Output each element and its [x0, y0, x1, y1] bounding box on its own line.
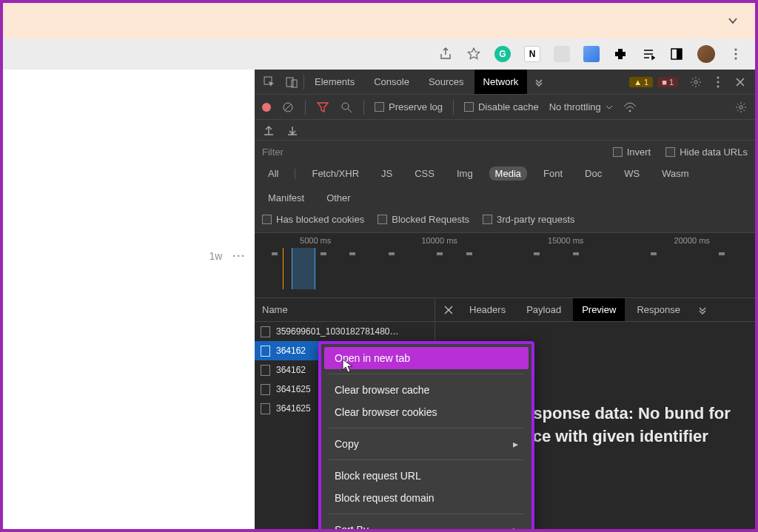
timeline-label: 10000 ms — [422, 236, 457, 245]
upload-har-icon[interactable] — [262, 124, 275, 137]
type-font[interactable]: Font — [537, 166, 568, 181]
reader-icon[interactable] — [669, 47, 684, 61]
filter-input[interactable]: Filter — [262, 147, 284, 158]
type-fetch[interactable]: Fetch/XHR — [306, 166, 365, 181]
type-all[interactable]: All — [262, 166, 284, 181]
invert-checkbox[interactable]: Invert — [613, 147, 651, 158]
ctx-clear-cookies[interactable]: Clear browser cookies — [321, 401, 531, 423]
ctx-clear-cache[interactable]: Clear browser cache — [321, 379, 531, 401]
type-js[interactable]: JS — [375, 166, 398, 181]
extension-generic-icon[interactable] — [554, 46, 570, 62]
timeline-label: 20000 ms — [674, 236, 710, 245]
chevron-down-icon[interactable] — [727, 15, 739, 27]
svg-point-3 — [734, 53, 737, 55]
menu-dots-icon[interactable] — [728, 47, 743, 61]
profile-avatar[interactable] — [697, 45, 715, 63]
browser-notification-bar — [3, 3, 755, 38]
type-other[interactable]: Other — [321, 191, 357, 205]
star-icon[interactable] — [466, 47, 481, 61]
record-button[interactable] — [262, 103, 271, 112]
detail-tab-payload[interactable]: Payload — [517, 298, 570, 321]
context-menu: Open in new tab Clear browser cache Clea… — [318, 341, 534, 529]
svg-point-14 — [628, 110, 631, 112]
svg-rect-6 — [286, 78, 293, 87]
music-icon[interactable] — [641, 47, 656, 61]
svg-point-4 — [734, 57, 737, 59]
network-timeline[interactable]: 5000 ms 10000 ms 15000 ms 20000 ms — [255, 233, 755, 298]
svg-point-8 — [694, 80, 697, 83]
ctx-copy[interactable]: Copy▸ — [321, 433, 531, 455]
third-party-checkbox[interactable]: 3rd-party requests — [483, 214, 575, 225]
timeline-label: 15000 ms — [548, 236, 583, 245]
svg-point-9 — [717, 76, 720, 78]
request-row[interactable]: 359699601_1030182781480… — [255, 322, 435, 341]
ctx-block-url[interactable]: Block request URL — [321, 465, 531, 487]
svg-point-2 — [734, 48, 737, 50]
type-media[interactable]: Media — [489, 166, 527, 181]
preserve-log-checkbox[interactable]: Preserve log — [375, 101, 443, 112]
name-column-header[interactable]: Name — [255, 298, 435, 322]
svg-point-13 — [342, 103, 349, 110]
svg-point-11 — [717, 85, 720, 87]
devtools-menu-icon[interactable] — [708, 72, 728, 92]
blocked-cookies-checkbox[interactable]: Has blocked cookies — [262, 214, 364, 225]
close-devtools-icon[interactable] — [730, 72, 751, 92]
svg-point-15 — [739, 105, 742, 108]
extension-grammarly-icon[interactable]: G — [494, 46, 511, 62]
webpage-area: 1w ··· — [3, 70, 255, 529]
type-img[interactable]: Img — [451, 166, 479, 181]
more-tabs-icon[interactable] — [529, 72, 549, 92]
download-har-icon[interactable] — [286, 124, 299, 137]
svg-point-10 — [717, 81, 720, 83]
detail-tab-response[interactable]: Response — [628, 298, 689, 321]
warnings-badge[interactable]: ▲ 1 — [629, 77, 653, 87]
hide-data-urls-checkbox[interactable]: Hide data URLs — [665, 147, 748, 158]
search-icon[interactable] — [340, 101, 353, 114]
network-settings-gear-icon[interactable] — [734, 101, 748, 114]
timeline-label: 5000 ms — [300, 236, 331, 245]
tab-network[interactable]: Network — [474, 70, 528, 94]
post-age: 1w — [209, 250, 222, 262]
device-icon[interactable] — [281, 72, 302, 92]
browser-toolbar: G N — [3, 38, 755, 70]
extension-notion-icon[interactable]: N — [524, 46, 540, 62]
tab-sources[interactable]: Sources — [420, 70, 473, 94]
more-detail-tabs-icon[interactable] — [692, 300, 713, 320]
share-icon[interactable] — [438, 47, 453, 61]
settings-gear-icon[interactable] — [685, 72, 706, 92]
type-wasm[interactable]: Wasm — [656, 166, 694, 181]
blocked-requests-checkbox[interactable]: Blocked Requests — [378, 214, 469, 225]
tab-console[interactable]: Console — [365, 70, 418, 94]
ctx-block-domain[interactable]: Block request domain — [321, 487, 531, 509]
ctx-open-new-tab[interactable]: Open in new tab — [324, 347, 529, 369]
close-detail-icon[interactable] — [440, 306, 457, 314]
type-css[interactable]: CSS — [409, 166, 440, 181]
tab-elements[interactable]: Elements — [306, 70, 363, 94]
type-ws[interactable]: WS — [618, 166, 645, 181]
devtools-panel: Elements Console Sources Network ▲ 1 ■ 1 — [255, 70, 755, 529]
type-manifest[interactable]: Manifest — [262, 191, 310, 205]
extension-blue-icon[interactable] — [583, 46, 600, 62]
detail-tab-preview[interactable]: Preview — [573, 298, 625, 321]
post-menu-dots-icon[interactable]: ··· — [232, 250, 246, 262]
network-conditions-icon[interactable] — [623, 101, 637, 114]
type-doc[interactable]: Doc — [579, 166, 608, 181]
extensions-puzzle-icon[interactable] — [613, 47, 628, 61]
svg-rect-1 — [677, 49, 682, 59]
errors-badge[interactable]: ■ 1 — [657, 77, 678, 87]
throttling-select[interactable]: No throttling — [549, 101, 613, 112]
ctx-sort-by[interactable]: Sort By▸ — [321, 519, 531, 529]
filter-funnel-icon[interactable] — [316, 101, 329, 114]
detail-tab-headers[interactable]: Headers — [460, 298, 514, 321]
inspect-icon[interactable] — [259, 72, 280, 92]
disable-cache-checkbox[interactable]: Disable cache — [464, 101, 539, 112]
clear-icon[interactable] — [281, 101, 295, 114]
